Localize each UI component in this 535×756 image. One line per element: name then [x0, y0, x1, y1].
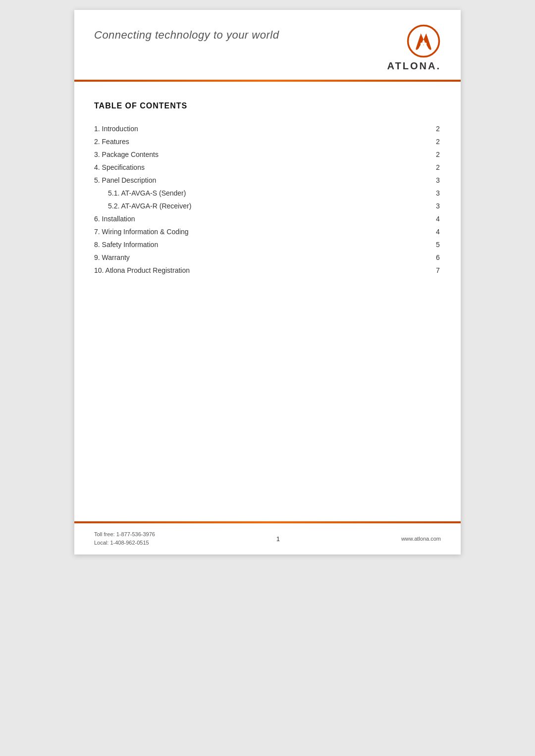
toc-item-page: 6: [426, 253, 441, 261]
toll-free-line: Toll free: 1-877-536-3976: [94, 530, 155, 539]
toc-item-label: 5.2. AT-AVGA-R (Receiver): [108, 202, 426, 210]
toc-item: 4. Specifications2: [94, 161, 441, 174]
toc-item-label: 8. Safety Information: [94, 241, 426, 249]
toc-item: 1. Introduction2: [94, 122, 441, 135]
svg-point-0: [408, 26, 439, 57]
toc-item: 5.1. AT-AVGA-S (Sender)3: [94, 187, 441, 200]
tagline: Connecting technology to your world: [94, 24, 279, 42]
toc-item-label: 2. Features: [94, 138, 426, 146]
document-page: Connecting technology to your world: [74, 10, 461, 554]
toc-list: 1. Introduction22. Features23. Package C…: [94, 122, 441, 277]
local-line: Local: 1-408-962-0515: [94, 539, 155, 548]
toc-item-label: 4. Specifications: [94, 163, 426, 171]
toc-item-label: 5. Panel Description: [94, 176, 426, 184]
toc-item-label: 3. Package Contents: [94, 151, 426, 158]
toc-item: 9. Warranty6: [94, 251, 441, 264]
toc-item-page: 3: [426, 189, 441, 197]
toc-item-page: 5: [426, 241, 441, 249]
toc-item-label: 5.1. AT-AVGA-S (Sender): [108, 189, 426, 197]
toc-item: 6. Installation4: [94, 212, 441, 225]
toc-item-page: 2: [426, 163, 441, 171]
toc-item: 2. Features2: [94, 135, 441, 148]
toc-item: 5. Panel Description3: [94, 174, 441, 187]
toc-item: 7. Wiring Information & Coding4: [94, 225, 441, 238]
toc-item-page: 4: [426, 215, 441, 223]
footer: Toll free: 1-877-536-3976 Local: 1-408-9…: [74, 523, 461, 554]
svg-rect-6: [421, 43, 427, 45]
atlona-logo-text: ATLONA.: [387, 60, 441, 72]
toc-item-label: 7. Wiring Information & Coding: [94, 228, 426, 236]
toc-item: 10. Atlona Product Registration7: [94, 264, 441, 277]
toc-item-page: 2: [426, 151, 441, 158]
footer-website: www.atlona.com: [401, 536, 441, 542]
toc-item-page: 3: [426, 176, 441, 184]
footer-contact: Toll free: 1-877-536-3976 Local: 1-408-9…: [94, 530, 155, 548]
main-content: TABLE OF CONTENTS 1. Introduction22. Fea…: [74, 82, 461, 521]
atlona-logo-icon: [406, 24, 441, 58]
toc-item-page: 4: [426, 228, 441, 236]
toc-item-page: 7: [426, 266, 441, 274]
toc-item: 8. Safety Information5: [94, 238, 441, 251]
toc-item-page: 3: [426, 202, 441, 210]
toc-item: 5.2. AT-AVGA-R (Receiver)3: [94, 200, 441, 212]
toc-item-label: 1. Introduction: [94, 125, 426, 133]
toc-item-label: 10. Atlona Product Registration: [94, 266, 426, 274]
logo-area: ATLONA.: [387, 24, 441, 72]
toc-item-page: 2: [426, 138, 441, 146]
toc-item: 3. Package Contents2: [94, 148, 441, 161]
header: Connecting technology to your world: [74, 10, 461, 72]
toc-item-page: 2: [426, 125, 441, 133]
toc-item-label: 6. Installation: [94, 215, 426, 223]
footer-page-number: 1: [276, 535, 280, 543]
toc-title: TABLE OF CONTENTS: [94, 101, 441, 110]
toc-item-label: 9. Warranty: [94, 253, 426, 261]
